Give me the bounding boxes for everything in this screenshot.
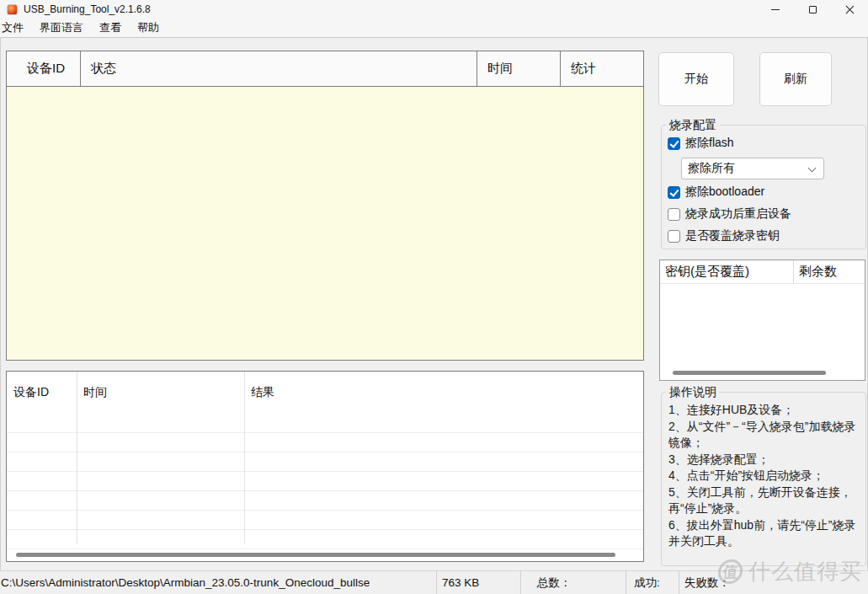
result-table-row [7, 452, 643, 472]
result-table-col-device-id[interactable]: 设备ID [7, 372, 77, 414]
result-table-row [7, 530, 643, 549]
result-table-col-result[interactable]: 结果 [244, 372, 643, 414]
status-failed-label: 失败数： [679, 571, 868, 594]
maximize-button[interactable] [794, 0, 831, 19]
menu-file[interactable]: 文件 [0, 19, 29, 37]
result-table-header: 设备ID 时间 结果 [7, 372, 643, 414]
instruction-line: 2、从“文件”－“导入烧录包”加载烧录镜像； [668, 419, 862, 452]
result-table: 设备ID 时间 结果 [6, 371, 644, 562]
burn-config-group: 烧录配置 擦除flash 擦除所有 擦除bootloader 烧录成功后重启设备… [661, 125, 866, 249]
refresh-button[interactable]: 刷新 [759, 52, 832, 106]
result-table-divider [244, 372, 245, 544]
menu-help[interactable]: 帮助 [131, 19, 165, 37]
reboot-after-success-label: 烧录成功后重启设备 [685, 206, 791, 222]
erase-flash-checkbox[interactable] [668, 137, 680, 150]
close-icon [845, 5, 855, 14]
status-success-label: 成功: [626, 571, 679, 594]
device-table: 设备ID 状态 时间 统计 [6, 51, 644, 361]
app-window: USB_Burning_Tool_v2.1.6.8 文件 界面语言 查看 帮助 … [0, 0, 868, 594]
status-bar: C:\Users\Administrator\Desktop\Armbian_2… [0, 570, 868, 594]
start-button[interactable]: 开始 [658, 52, 734, 106]
device-table-header: 设备ID 状态 时间 统计 [7, 51, 643, 87]
erase-bootloader-label: 擦除bootloader [685, 185, 764, 200]
window-controls [757, 0, 868, 19]
menu-bar: 文件 界面语言 查看 帮助 [0, 19, 868, 38]
chevron-down-icon [808, 164, 817, 173]
result-table-row [7, 511, 643, 530]
overwrite-key-label: 是否覆盖烧录密钥 [685, 228, 780, 243]
device-table-col-status[interactable]: 状态 [81, 51, 477, 86]
menu-language[interactable]: 界面语言 [34, 19, 89, 37]
key-table-col-key[interactable]: 密钥(是否覆盖) [660, 260, 794, 283]
status-file-size: 763 KB [436, 571, 520, 594]
key-table-header: 密钥(是否覆盖) 剩余数 [660, 260, 865, 284]
instruction-line: 5、关闭工具前，先断开设备连接，再“停止”烧录。 [668, 484, 862, 517]
result-table-divider [77, 372, 77, 544]
title-bar: USB_Burning_Tool_v2.1.6.8 [0, 0, 868, 19]
status-file-path: C:\Users\Administrator\Desktop\Armbian_2… [0, 571, 436, 594]
result-table-hscrollbar[interactable] [16, 553, 615, 557]
key-table-hscrollbar[interactable] [673, 371, 826, 375]
result-table-row [7, 472, 643, 491]
instructions-text: 1、连接好HUB及设备； 2、从“文件”－“导入烧录包”加载烧录镜像； 3、选择… [662, 393, 865, 550]
key-table: 密钥(是否覆盖) 剩余数 [659, 260, 865, 381]
device-table-col-time[interactable]: 时间 [477, 51, 561, 86]
device-table-col-stats[interactable]: 统计 [561, 51, 643, 86]
key-table-col-remaining[interactable]: 剩余数 [794, 260, 865, 283]
device-table-col-device-id[interactable]: 设备ID [7, 51, 81, 86]
instruction-line: 4、点击“开始”按钮启动烧录； [668, 468, 862, 484]
erase-bootloader-checkbox[interactable] [668, 186, 680, 199]
minimize-button[interactable] [757, 0, 794, 19]
overwrite-key-checkbox[interactable] [668, 230, 680, 243]
erase-flash-label: 擦除flash [685, 136, 734, 151]
close-button[interactable] [831, 0, 868, 19]
window-title: USB_Burning_Tool_v2.1.6.8 [24, 3, 151, 15]
overwrite-key-option[interactable]: 是否覆盖烧录密钥 [668, 229, 780, 243]
instructions-title: 操作说明 [666, 385, 720, 400]
erase-mode-dropdown[interactable]: 擦除所有 [681, 158, 824, 179]
result-table-col-time[interactable]: 时间 [77, 372, 244, 414]
erase-bootloader-option[interactable]: 擦除bootloader [668, 185, 764, 199]
status-total-label: 总数： [520, 571, 626, 594]
burn-config-title: 烧录配置 [666, 118, 720, 133]
app-icon [7, 4, 18, 15]
instruction-line: 6、拔出外置hub前，请先“停止”烧录并关闭工具。 [668, 517, 862, 550]
instruction-line: 1、连接好HUB及设备； [668, 402, 862, 419]
result-table-row [7, 414, 643, 433]
instructions-group: 操作说明 1、连接好HUB及设备； 2、从“文件”－“导入烧录包”加载烧录镜像；… [661, 392, 866, 566]
menu-view[interactable]: 查看 [93, 19, 127, 37]
result-table-row [7, 433, 643, 452]
erase-mode-value: 擦除所有 [688, 161, 735, 176]
reboot-after-success-option[interactable]: 烧录成功后重启设备 [668, 207, 791, 221]
erase-flash-option[interactable]: 擦除flash [668, 136, 734, 150]
instruction-line: 3、选择烧录配置； [668, 452, 862, 468]
minimize-icon [771, 9, 780, 10]
maximize-icon [809, 6, 817, 13]
result-table-row [7, 491, 643, 511]
reboot-after-success-checkbox[interactable] [668, 208, 680, 221]
device-table-body [7, 87, 643, 360]
